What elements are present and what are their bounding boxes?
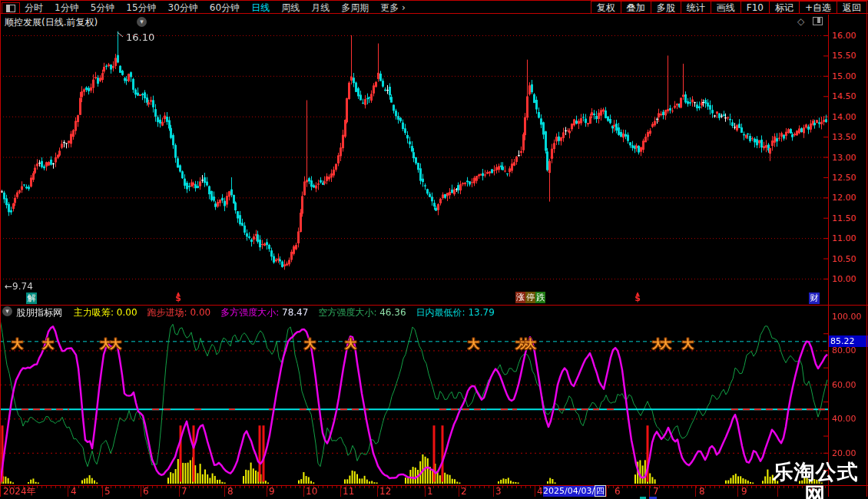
month-separator: [141, 486, 141, 497]
current-value-badge: 85.22: [829, 335, 868, 347]
menu-item-5分钟[interactable]: 5分钟: [91, 2, 115, 14]
month-label-12: 12: [379, 487, 391, 497]
month-separator: [695, 486, 696, 497]
menu-item-标记[interactable]: 标记: [769, 1, 800, 14]
panel-layout-icon[interactable]: [813, 17, 823, 25]
price-tick-label: 12.00: [832, 193, 856, 203]
watermark: 乐淘公式网 www.60lt.com: [763, 461, 868, 499]
price-tick-label: 16.00: [832, 31, 856, 41]
menu-item-1分钟[interactable]: 1分钟: [55, 2, 79, 14]
month-separator: [606, 486, 607, 497]
month-label-3: 3: [495, 487, 502, 497]
month-label-2: 2: [461, 487, 467, 497]
diamond-icon[interactable]: ◇: [797, 16, 804, 27]
menu-item-多周期[interactable]: 多周期: [341, 2, 369, 14]
month-label-6: 6: [143, 487, 149, 497]
indicator-canvas[interactable]: [0, 319, 828, 485]
marker-badge-解: 解: [26, 292, 37, 304]
dollar-marker: ▲$: [174, 291, 182, 302]
menu-item-周线[interactable]: 周线: [281, 2, 300, 14]
price-tick-label: 15.50: [832, 51, 856, 61]
month-label-4: 4: [537, 487, 543, 497]
watermark-site-name: 乐淘公式网: [763, 461, 868, 499]
menu-item-返回[interactable]: 返回: [837, 1, 867, 14]
menu-item-复权[interactable]: 复权: [591, 1, 621, 14]
chart-title-row: 顺控发展(日线.前复权) ▾ ◇: [0, 15, 868, 28]
indicator-header: ▾ 股朋指标网 主力吸筹: 0.00跑步进场: 0.00多方强度大小: 78.4…: [0, 306, 828, 318]
month-label-6: 6: [615, 487, 621, 497]
menu-item-统计[interactable]: 统计: [681, 1, 711, 14]
chevron-down-icon[interactable]: ▾: [137, 17, 147, 27]
marker-badge-财: 财: [809, 292, 820, 304]
tools-menu: 复权叠加多股统计画线F10标记+自选返回: [591, 1, 867, 14]
month-label-8: 8: [227, 487, 234, 497]
month-separator: [179, 486, 180, 497]
price-tick-label: 14.50: [832, 91, 856, 101]
month-separator: [68, 486, 68, 497]
date-axis[interactable]: 2025/04/03/四 2024年45678910111212346789: [0, 485, 868, 497]
indicator-value-空方强度大小: 空方强度大小: 46.36: [318, 306, 406, 319]
indicator-name: 股朋指标网: [16, 306, 62, 319]
menu-item-月线[interactable]: 月线: [311, 2, 330, 14]
month-label-10: 10: [306, 487, 317, 497]
indicator-value-主力吸筹: 主力吸筹: 0.00: [74, 306, 137, 319]
month-separator: [649, 486, 650, 497]
month-label-1: 1: [427, 487, 433, 497]
stock-title: 顺控发展(日线.前复权): [5, 16, 98, 29]
limit-marker-badge: 涨停跌: [515, 292, 545, 303]
menu-item-F10[interactable]: F10: [740, 1, 770, 14]
month-label-5: 5: [104, 487, 111, 497]
menu-item-分时[interactable]: 分时: [25, 2, 43, 14]
menu-item-15分钟[interactable]: 15分钟: [126, 2, 156, 14]
month-label-7: 7: [653, 487, 659, 497]
price-tick-label: 13.00: [832, 153, 856, 163]
price-tick-label: 13.50: [832, 132, 856, 142]
month-label-4: 4: [71, 487, 77, 497]
month-label-7: 7: [181, 487, 187, 497]
month-separator: [535, 486, 535, 497]
split-window-icon[interactable]: [2, 2, 20, 14]
menu-item-60分钟[interactable]: 60分钟: [210, 2, 240, 14]
month-separator: [340, 486, 341, 497]
candlestick-canvas[interactable]: [0, 28, 828, 305]
price-tick-label: 10.50: [832, 254, 856, 264]
chevron-down-icon[interactable]: ▾: [2, 306, 12, 316]
trading-app-window: 分时1分钟5分钟15分钟30分钟60分钟日线周线月线多周期更多 › 复权叠加多股…: [0, 0, 868, 499]
menu-item-30分钟[interactable]: 30分钟: [168, 2, 198, 14]
top-menu-bar: 分时1分钟5分钟15分钟30分钟60分钟日线周线月线多周期更多 › 复权叠加多股…: [0, 0, 868, 14]
menu-item-叠加[interactable]: 叠加: [621, 1, 651, 14]
crosshair-date-box: 2025/04/03/四: [543, 486, 605, 497]
month-label-9: 9: [269, 487, 275, 497]
indicator-tick-label: 20.00: [832, 448, 856, 458]
indicator-value-跑步进场: 跑步进场: 0.00: [147, 306, 211, 319]
menu-item-更多 ›[interactable]: 更多 ›: [380, 2, 406, 14]
month-separator: [102, 486, 103, 497]
month-separator: [267, 486, 267, 497]
price-tick-label: 14.00: [832, 112, 856, 122]
month-separator: [737, 486, 738, 497]
month-separator: [303, 486, 304, 497]
menu-item-多股[interactable]: 多股: [651, 1, 681, 14]
month-label-9: 9: [741, 487, 747, 497]
month-label-2024年: 2024年: [3, 487, 36, 497]
menu-item-日线[interactable]: 日线: [251, 2, 270, 14]
border-left: [0, 0, 1, 497]
month-separator: [425, 486, 426, 497]
price-tick-label: 12.50: [832, 173, 856, 183]
month-label-8: 8: [699, 487, 705, 497]
menu-item-画线[interactable]: 画线: [711, 1, 741, 14]
indicator-tick-label: 100.00: [832, 312, 862, 322]
period-menu: 分时1分钟5分钟15分钟30分钟60分钟日线周线月线多周期更多 ›: [25, 2, 406, 14]
indicator-tick-label: 60.00: [832, 380, 856, 390]
border-right: [866, 0, 867, 497]
price-tick-label: 11.00: [832, 233, 856, 243]
dollar-marker: ▲$: [634, 291, 641, 302]
menu-item-+自选[interactable]: +自选: [799, 1, 837, 14]
indicator-tick-label: 40.00: [832, 414, 856, 424]
price-tick-label: 15.00: [832, 71, 856, 81]
price-tick-label: 10.00: [832, 274, 856, 284]
indicator-value-多方强度大小: 多方强度大小: 78.47: [220, 306, 308, 319]
month-separator: [459, 486, 459, 497]
indicator-value-日内最低价: 日内最低价: 13.79: [416, 306, 495, 319]
indicator-values: 主力吸筹: 0.00跑步进场: 0.00多方强度大小: 78.47空方强度大小:…: [74, 306, 495, 319]
